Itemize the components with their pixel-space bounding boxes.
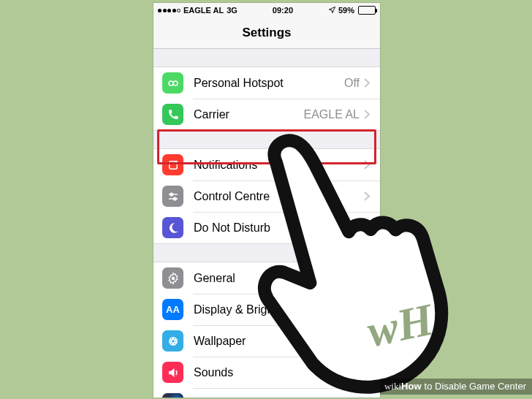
page-title: Settings — [242, 26, 291, 40]
control-centre-icon — [162, 186, 183, 207]
settings-group-alerts: Notifications Control Centre Do Not Dist… — [153, 148, 380, 244]
sounds-icon — [162, 362, 183, 383]
svg-point-3 — [174, 160, 178, 164]
status-right: 59% — [328, 6, 376, 15]
row-label: Sounds — [194, 366, 364, 379]
row-label: Personal Hotspot — [194, 77, 344, 90]
siri-icon — [162, 393, 183, 398]
svg-point-5 — [173, 197, 176, 200]
hotspot-icon — [162, 72, 183, 94]
settings-group-device: General AA Display & Brightness Wallpape… — [153, 262, 380, 398]
row-label: Notifications — [194, 159, 364, 172]
row-display[interactable]: AA Display & Brightness — [153, 294, 380, 325]
row-siri[interactable]: Siri — [153, 388, 380, 398]
chevron-right-icon — [364, 191, 370, 201]
footer-caption: wikiHow to Disable Game Center — [380, 379, 532, 395]
phone-icon — [162, 104, 183, 125]
chevron-right-icon — [364, 336, 370, 346]
row-sounds[interactable]: Sounds — [153, 357, 380, 388]
brand-wiki: wiki — [384, 381, 401, 392]
chevron-right-icon — [364, 160, 370, 170]
row-wallpaper[interactable]: Wallpaper — [153, 325, 380, 357]
chevron-right-icon — [364, 305, 370, 314]
carrier-text: EAGLE AL — [183, 6, 224, 15]
row-control-centre[interactable]: Control Centre — [153, 180, 380, 212]
row-detail: EAGLE AL — [304, 108, 360, 121]
chevron-right-icon — [364, 368, 370, 377]
row-general[interactable]: General — [153, 262, 380, 294]
dnd-icon — [162, 217, 183, 238]
general-icon — [162, 267, 183, 289]
row-notifications[interactable]: Notifications — [153, 149, 380, 180]
signal-dots-icon — [158, 9, 180, 12]
row-do-not-disturb[interactable]: Do Not Disturb — [153, 212, 380, 243]
row-detail: Off — [344, 77, 360, 90]
svg-point-1 — [173, 81, 178, 86]
row-personal-hotspot[interactable]: Personal Hotspot Off — [153, 67, 380, 99]
wallpaper-icon — [162, 330, 183, 352]
row-label: Carrier — [194, 108, 304, 121]
row-label: Wallpaper — [194, 335, 364, 348]
row-label: Control Centre — [194, 190, 364, 203]
chevron-right-icon — [364, 273, 370, 283]
chevron-right-icon — [364, 78, 370, 88]
row-label: Display & Brightness — [194, 303, 364, 316]
settings-group-connectivity: Personal Hotspot Off Carrier EAGLE AL — [153, 66, 380, 131]
svg-point-0 — [169, 81, 173, 86]
row-label: Do Not Disturb — [194, 221, 364, 235]
brand-how: How — [401, 381, 421, 392]
battery-icon — [358, 6, 376, 15]
footer-title: to Disable Game Center — [425, 381, 526, 392]
display-icon: AA — [162, 299, 183, 320]
network-text: 3G — [227, 6, 238, 15]
location-icon — [328, 6, 336, 15]
row-label: Siri — [194, 398, 364, 398]
svg-point-6 — [171, 276, 175, 280]
chevron-right-icon — [364, 110, 370, 119]
notifications-icon — [162, 154, 183, 175]
battery-pct: 59% — [338, 6, 354, 15]
nav-bar: Settings — [153, 18, 380, 49]
svg-point-4 — [170, 193, 172, 196]
row-label: General — [194, 272, 364, 285]
chevron-right-icon — [364, 223, 370, 232]
status-left: EAGLE AL 3G — [158, 6, 238, 15]
row-carrier[interactable]: Carrier EAGLE AL — [153, 99, 380, 130]
phone-screen: EAGLE AL 3G 09:20 59% Settings Personal … — [153, 3, 380, 398]
status-bar: EAGLE AL 3G 09:20 59% — [153, 3, 380, 18]
status-time: 09:20 — [273, 6, 293, 15]
